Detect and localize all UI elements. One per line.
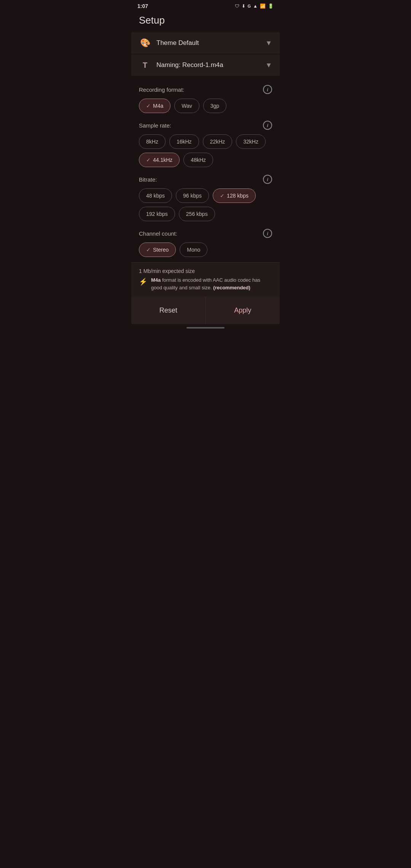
signal-icon: ▲ bbox=[253, 3, 258, 9]
check-icon-128k: ✓ bbox=[220, 193, 225, 199]
bitrate-chip-48k-label: 48 kbps bbox=[146, 193, 165, 199]
sample-chip-48khz-label: 48kHz bbox=[191, 157, 206, 163]
theme-chevron-icon: ▼ bbox=[265, 39, 272, 47]
bottom-buttons: Reset Apply bbox=[131, 297, 280, 324]
recording-format-label: Recording format: bbox=[139, 86, 184, 93]
sample-chip-22khz-label: 22kHz bbox=[210, 139, 225, 145]
sample-chip-8khz-label: 8kHz bbox=[146, 139, 158, 145]
sample-rate-header: Sample rate: i bbox=[139, 121, 272, 130]
bitrate-chip-96k[interactable]: 96 kbps bbox=[176, 188, 209, 203]
channel-count-info-button[interactable]: i bbox=[263, 229, 272, 238]
home-bar bbox=[131, 324, 280, 332]
info-panel-description: ⚡ M4a format is encoded with AAC audio c… bbox=[139, 276, 272, 291]
channel-chip-mono[interactable]: Mono bbox=[180, 243, 207, 257]
status-icons: 🛡 ⬇ G ▲ 📶 🔋 bbox=[235, 3, 274, 9]
sample-chip-48khz[interactable]: 48kHz bbox=[183, 153, 213, 167]
theme-label: Theme Default bbox=[156, 39, 265, 47]
sample-chip-16khz-label: 16kHz bbox=[177, 139, 192, 145]
naming-icon: T bbox=[139, 59, 151, 71]
format-chip-3gp[interactable]: 3gp bbox=[203, 99, 226, 113]
reset-button[interactable]: Reset bbox=[131, 297, 206, 324]
bitrate-chip-256k-label: 256 kbps bbox=[186, 211, 208, 217]
recording-format-section: Recording format: i ✓ M4a Wav 3gp bbox=[131, 80, 280, 115]
bitrate-chip-128k-label: 128 kbps bbox=[227, 193, 249, 199]
format-chip-wav-label: Wav bbox=[182, 103, 192, 109]
info-panel-format-bold: M4a bbox=[151, 277, 161, 283]
bitrate-chip-96k-label: 96 kbps bbox=[183, 193, 202, 199]
bitrate-label: Bitrate: bbox=[139, 176, 157, 183]
sample-chip-22khz[interactable]: 22kHz bbox=[203, 134, 233, 149]
format-chip-wav[interactable]: Wav bbox=[174, 99, 199, 113]
recording-format-chips: ✓ M4a Wav 3gp bbox=[139, 99, 272, 113]
bitrate-chip-256k[interactable]: 256 kbps bbox=[179, 207, 215, 221]
bitrate-header: Bitrate: i bbox=[139, 175, 272, 184]
channel-count-header: Channel count: i bbox=[139, 229, 272, 238]
channel-chip-stereo[interactable]: ✓ Stereo bbox=[139, 243, 176, 257]
check-icon-m4a: ✓ bbox=[146, 103, 151, 109]
wifi-icon: 📶 bbox=[260, 3, 266, 9]
info-panel-icon: ⚡ bbox=[139, 277, 147, 287]
bitrate-chip-128k[interactable]: ✓ 128 kbps bbox=[213, 188, 256, 203]
sample-rate-info-button[interactable]: i bbox=[263, 121, 272, 130]
info-panel-recommended: (recommended) bbox=[213, 285, 250, 290]
page-title: Setup bbox=[139, 14, 165, 26]
status-time: 1:07 bbox=[137, 3, 148, 9]
bitrate-section: Bitrate: i 48 kbps 96 kbps ✓ 128 kbps 19… bbox=[131, 169, 280, 223]
page-header: Setup bbox=[131, 11, 280, 32]
format-chip-m4a[interactable]: ✓ M4a bbox=[139, 99, 170, 113]
channel-chip-stereo-label: Stereo bbox=[153, 247, 169, 253]
check-icon-44khz: ✓ bbox=[146, 157, 151, 163]
sample-rate-label: Sample rate: bbox=[139, 122, 171, 129]
home-indicator bbox=[186, 327, 225, 329]
format-chip-m4a-label: M4a bbox=[153, 103, 163, 109]
bitrate-chips: 48 kbps 96 kbps ✓ 128 kbps 192 kbps 256 … bbox=[139, 188, 272, 221]
sample-chip-8khz[interactable]: 8kHz bbox=[139, 134, 166, 149]
sample-chip-44khz-label: 44.1kHz bbox=[153, 157, 172, 163]
sample-chip-16khz[interactable]: 16kHz bbox=[169, 134, 199, 149]
naming-label: Naming: Record-1.m4a bbox=[156, 61, 265, 69]
sample-chip-32khz-label: 32kHz bbox=[243, 139, 258, 145]
recording-format-info-button[interactable]: i bbox=[263, 85, 272, 94]
download-icon: ⬇ bbox=[242, 3, 245, 9]
bitrate-chip-192k[interactable]: 192 kbps bbox=[139, 207, 175, 221]
battery-icon: 🔋 bbox=[268, 3, 274, 9]
naming-chevron-icon: ▼ bbox=[265, 61, 272, 69]
channel-count-chips: ✓ Stereo Mono bbox=[139, 243, 272, 257]
bitrate-info-button[interactable]: i bbox=[263, 175, 272, 184]
status-bar: 1:07 🛡 ⬇ G ▲ 📶 🔋 bbox=[131, 0, 280, 11]
sample-chip-32khz[interactable]: 32kHz bbox=[236, 134, 266, 149]
google-icon: G bbox=[248, 4, 251, 8]
sample-rate-section: Sample rate: i 8kHz 16kHz 22kHz 32kHz ✓ … bbox=[131, 115, 280, 169]
format-chip-3gp-label: 3gp bbox=[210, 103, 219, 109]
bitrate-chip-48k[interactable]: 48 kbps bbox=[139, 188, 172, 203]
sample-chip-44khz[interactable]: ✓ 44.1kHz bbox=[139, 153, 180, 167]
shield-icon: 🛡 bbox=[235, 3, 239, 9]
theme-icon: 🎨 bbox=[139, 37, 151, 49]
bitrate-chip-192k-label: 192 kbps bbox=[146, 211, 168, 217]
channel-chip-mono-label: Mono bbox=[187, 247, 200, 253]
info-panel-text: M4a format is encoded with AAC audio cod… bbox=[151, 276, 272, 291]
info-panel-size-text: 1 Mb/min expected size bbox=[139, 268, 272, 274]
apply-button[interactable]: Apply bbox=[206, 297, 280, 324]
theme-row[interactable]: 🎨 Theme Default ▼ bbox=[131, 32, 280, 54]
check-icon-stereo: ✓ bbox=[146, 247, 151, 253]
recording-format-header: Recording format: i bbox=[139, 85, 272, 94]
naming-row[interactable]: T Naming: Record-1.m4a ▼ bbox=[131, 54, 280, 76]
channel-count-section: Channel count: i ✓ Stereo Mono bbox=[131, 223, 280, 259]
info-panel: 1 Mb/min expected size ⚡ M4a format is e… bbox=[131, 262, 280, 297]
channel-count-label: Channel count: bbox=[139, 230, 177, 237]
sample-rate-chips: 8kHz 16kHz 22kHz 32kHz ✓ 44.1kHz 48kHz bbox=[139, 134, 272, 167]
